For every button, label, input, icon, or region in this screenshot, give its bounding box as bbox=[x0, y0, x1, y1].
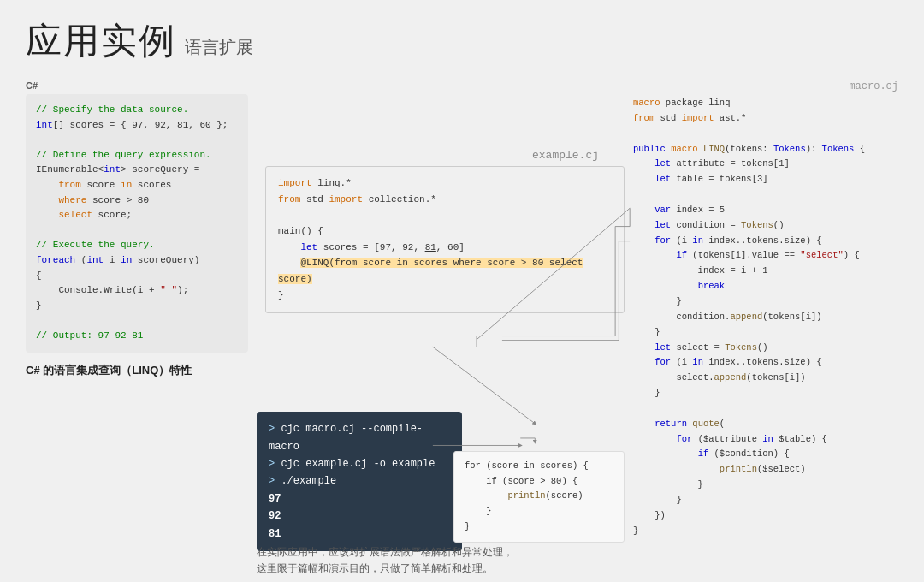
page: 应用实例 语言扩展 C# // Specify the data source.… bbox=[0, 0, 924, 582]
example-cj-box: import linq.* from std import collection… bbox=[265, 166, 625, 313]
macro-line-append1: condition.append(tokens[i]) bbox=[633, 312, 822, 322]
macro-line-closeq3: }) bbox=[633, 510, 666, 520]
ex-line-1: import linq.* bbox=[278, 178, 352, 188]
csharp-line-4: IEnumerable<int> scoreQuery = bbox=[36, 164, 199, 175]
macro-line-forq: for ($attribute in $table) { bbox=[633, 434, 827, 444]
macro-line-close2: } bbox=[633, 327, 660, 337]
csharp-line-13: // Output: 97 92 81 bbox=[36, 330, 143, 341]
title-area: 应用实例 语言扩展 bbox=[26, 17, 898, 65]
macro-keyword-from: from bbox=[633, 113, 654, 123]
macro-line-table: let table = tokens[3] bbox=[633, 174, 768, 184]
macro-line-closeq4: } bbox=[633, 526, 638, 536]
terminal-cmd-1: cjc macro.cj --compile-macro bbox=[269, 423, 423, 452]
expanded-code-box: for (score in scores) { if (score > 80) … bbox=[453, 451, 625, 543]
macro-line-for2: for (i in index..tokens.size) { bbox=[633, 357, 822, 367]
terminal-line-3: > bbox=[269, 475, 281, 487]
terminal-output-97: 97 bbox=[269, 493, 281, 505]
ex-line-6: } bbox=[278, 290, 284, 300]
ex-line-4: let scores = [97, 92, 81, 60] bbox=[278, 242, 465, 252]
csharp-line-3: // Define the query expression. bbox=[36, 150, 211, 160]
macro-line-sel: let select = Tokens() bbox=[633, 342, 768, 353]
macro-line-idx2: index = i + 1 bbox=[633, 265, 768, 276]
macro-line-append2: select.append(tokens[i]) bbox=[633, 372, 806, 383]
terminal-line-2: > bbox=[269, 458, 281, 470]
terminal-output-81: 81 bbox=[269, 528, 281, 540]
csharp-code-box: // Specify the data source. int[] scores… bbox=[26, 94, 248, 353]
macro-line-printq: println($select) bbox=[633, 464, 806, 474]
macro-cj-label: macro.cj bbox=[849, 80, 898, 92]
ex-line-2: from std import collection.* bbox=[278, 194, 436, 205]
exp-line-3: println(score) bbox=[465, 490, 583, 501]
macro-line-pub: public macro LINQ(tokens: Tokens): Token… bbox=[633, 144, 865, 154]
csharp-line-11: Console.Write(i + " "); bbox=[36, 285, 188, 295]
macro-line-break: break bbox=[633, 281, 725, 291]
macro-code: macro package linq from std import ast.*… bbox=[633, 96, 898, 538]
csharp-line-8: // Execute the query. bbox=[36, 240, 155, 250]
macro-line-closeq2: } bbox=[633, 495, 682, 505]
exp-line-4: } bbox=[465, 506, 492, 516]
example-cj-label: example.cj bbox=[532, 149, 599, 162]
terminal-cmd-2: cjc example.cj -o example bbox=[281, 458, 435, 470]
csharp-line-12: } bbox=[36, 300, 42, 311]
macro-line-ifq: if ($condition) { bbox=[633, 448, 790, 459]
terminal-line-1: > bbox=[269, 423, 281, 435]
title-main: 应用实例 bbox=[26, 17, 176, 65]
csharp-line-5: from score in scores bbox=[36, 180, 171, 190]
macro-line-cond: let condition = Tokens() bbox=[633, 220, 784, 230]
note-text: 在实际应用中，应该对扩展语法做严格解析和异常处理， 这里限于篇幅和演示目的，只做… bbox=[257, 544, 625, 577]
terminal-cmd-3: ./example bbox=[281, 475, 336, 487]
left-panel: C# // Specify the data source. int[] sco… bbox=[26, 80, 248, 577]
right-panel: macro.cj macro package linq from std imp… bbox=[633, 80, 898, 577]
macro-line-attr: let attribute = tokens[1] bbox=[633, 158, 790, 169]
macro-line-for1: for (i in index..tokens.size) { bbox=[633, 235, 822, 246]
csharp-line-6: where score > 80 bbox=[36, 195, 149, 205]
macro-line-index: var index = 5 bbox=[633, 205, 725, 215]
macro-line-close1: } bbox=[633, 296, 682, 306]
csharp-line-10: { bbox=[36, 270, 42, 281]
macro-line-if1: if (tokens[i].value == "select") { bbox=[633, 250, 860, 260]
csharp-line-7: select score; bbox=[36, 210, 132, 220]
macro-line-return: return quote( bbox=[633, 419, 725, 429]
exp-line-2: if (score > 80) { bbox=[465, 476, 578, 486]
content-area: C# // Specify the data source. int[] sco… bbox=[26, 80, 898, 577]
exp-line-5: } bbox=[465, 521, 470, 532]
exp-line-1: for (score in scores) { bbox=[465, 460, 589, 471]
csharp-line-9: foreach (int i in scoreQuery) bbox=[36, 255, 199, 265]
csharp-line-2: int[] scores = { 97, 92, 81, 60 }; bbox=[36, 120, 228, 130]
csharp-line-1: // Specify the data source. bbox=[36, 104, 188, 115]
terminal-output-92: 92 bbox=[269, 510, 281, 522]
terminal-box: > cjc macro.cj --compile-macro > cjc exa… bbox=[257, 412, 462, 551]
caption-left: C# 的语言集成查询（LINQ）特性 bbox=[26, 363, 248, 378]
title-sub: 语言扩展 bbox=[185, 36, 253, 59]
middle-panel: example.cj import linq.* from std import… bbox=[248, 80, 633, 577]
macro-line-close3: } bbox=[633, 388, 660, 398]
macro-line-closeq1: } bbox=[633, 479, 703, 490]
macro-keyword-1: macro bbox=[633, 98, 660, 108]
ex-line-3: main() { bbox=[278, 226, 323, 236]
ex-line-5: @LINQ(from score in scores where score >… bbox=[278, 258, 583, 284]
csharp-label: C# bbox=[26, 80, 248, 91]
